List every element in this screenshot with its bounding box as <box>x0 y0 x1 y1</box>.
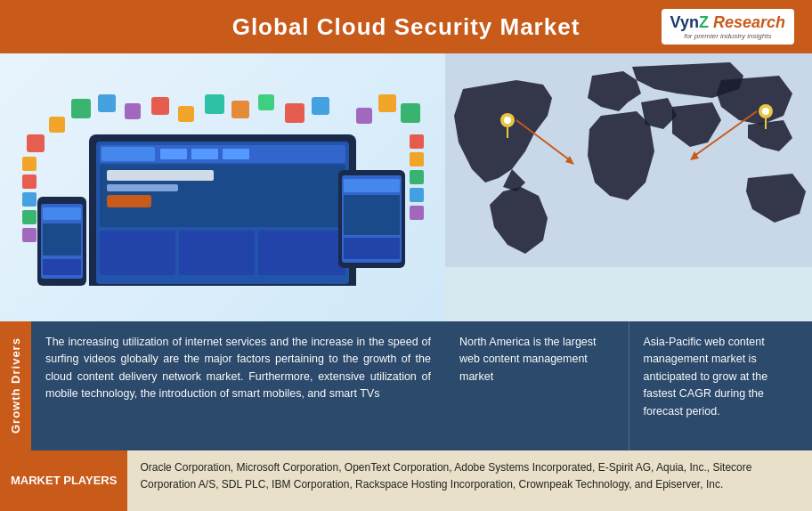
insight-asia-pacific: Asia-Pacific web content management mark… <box>629 321 813 450</box>
left-panel: Growth Drivers The increasing utilizatio… <box>0 53 445 450</box>
nav3 <box>223 149 249 159</box>
deco9 <box>231 101 249 118</box>
header: Global Cloud Security Market VynZ Resear… <box>0 0 812 53</box>
content3 <box>258 231 345 275</box>
tablet-content <box>344 195 400 235</box>
ricon3 <box>410 170 424 184</box>
growth-drivers-section: Growth Drivers The increasing utilizatio… <box>0 321 445 450</box>
deco6 <box>151 97 169 115</box>
na-pin-inner <box>504 117 511 124</box>
market-players-section: MARKET PLAYERS Oracle Corporation, Micro… <box>0 450 812 511</box>
market-players-text: Oracle Corporation, Microsoft Corporatio… <box>127 450 812 511</box>
deco1 <box>27 134 45 152</box>
ricon2 <box>410 152 424 166</box>
content1 <box>100 231 175 275</box>
icon2 <box>22 174 37 189</box>
deco4 <box>98 94 116 112</box>
insight-north-america: North America is the largest web content… <box>445 321 629 450</box>
icon1 <box>22 157 37 171</box>
icon5 <box>22 228 37 242</box>
insight-na-text: North America is the largest web content… <box>459 334 614 385</box>
deco2 <box>49 117 65 133</box>
logo-subtitle: for premier industry insights <box>684 32 771 40</box>
ap-pin-inner <box>762 108 769 115</box>
nav1 <box>160 149 187 159</box>
icon4 <box>22 210 37 224</box>
devices-image <box>0 53 445 321</box>
deco14 <box>378 94 396 112</box>
logo-accent: Z <box>699 13 709 31</box>
hero-btn <box>107 195 151 207</box>
content2 <box>179 231 255 275</box>
main-content: Growth Drivers The increasing utilizatio… <box>0 53 812 450</box>
phone-content <box>43 223 81 256</box>
page-title: Global Cloud Security Market <box>232 13 581 41</box>
tablet-footer <box>344 238 400 259</box>
deco12 <box>312 97 329 115</box>
icon3 <box>22 192 37 207</box>
nav2 <box>191 149 218 159</box>
deco8 <box>205 94 224 114</box>
hero-sub <box>107 184 178 191</box>
deco10 <box>258 94 274 110</box>
market-players-label: MARKET PLAYERS <box>0 450 127 511</box>
growth-label: Growth Drivers <box>0 321 31 450</box>
growth-text: The increasing utilization of internet s… <box>31 321 445 450</box>
deco3 <box>71 99 91 118</box>
logo-text: VynZ Research <box>670 13 785 32</box>
ricon5 <box>410 206 424 220</box>
ricon1 <box>410 134 424 149</box>
deco7 <box>178 106 194 122</box>
tablet-bar <box>344 179 400 192</box>
page-container: Global Cloud Security Market VynZ Resear… <box>0 0 812 511</box>
deco15 <box>401 103 420 123</box>
phone-bar <box>43 207 81 220</box>
market-insights: North America is the largest web content… <box>445 321 812 450</box>
ricon4 <box>410 188 424 202</box>
deco13 <box>356 108 372 124</box>
logo-area: VynZ Research for premier industry insig… <box>662 9 794 45</box>
phone-footer <box>43 259 81 275</box>
deco11 <box>285 103 304 123</box>
hero-title <box>107 170 214 181</box>
insight-ap-text: Asia-Pacific web content management mark… <box>644 334 799 420</box>
right-panel: North America is the largest web content… <box>445 53 812 450</box>
world-map-svg <box>445 53 812 267</box>
deco5 <box>125 103 141 119</box>
device-svg <box>18 90 427 286</box>
logo-area-screen <box>102 147 155 161</box>
map-area <box>445 53 812 321</box>
